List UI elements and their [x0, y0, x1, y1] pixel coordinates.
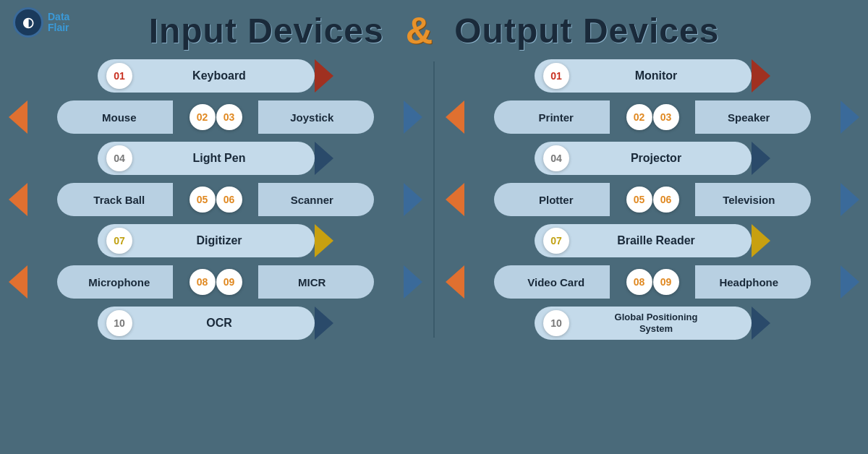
single-device-row: 01Keyboard	[9, 58, 422, 94]
left-arrow-indicator	[446, 265, 464, 299]
right-device-pill: Television	[695, 183, 811, 216]
right-device-pill: Headphone	[695, 265, 811, 299]
right-device-label: Speaker	[695, 111, 802, 124]
double-device-row: Video Card0809Headphone	[446, 264, 859, 300]
number-circle: 09	[216, 269, 242, 295]
double-device-row: Plotter0506Television	[446, 181, 859, 218]
right-arrow-indicator	[315, 142, 333, 175]
device-pill: 04Light Pen	[98, 142, 315, 175]
right-device-pill: Speaker	[695, 100, 811, 134]
single-device-row: 07Digitizer	[9, 223, 422, 259]
device-pill: 07Digitizer	[98, 224, 315, 257]
right-arrow-indicator	[752, 224, 770, 257]
left-device-pill: Mouse	[57, 100, 173, 134]
logo-text: Data Flair	[48, 12, 69, 34]
device-pill: 01Keyboard	[98, 59, 315, 93]
header-title: Input Devices & Output Devices	[149, 9, 720, 52]
right-arrow-indicator	[404, 100, 422, 134]
left-device-label: Plotter	[503, 194, 610, 206]
device-label: OCR	[132, 317, 306, 330]
number-circle: 10	[543, 310, 569, 336]
left-arrow-indicator	[446, 183, 464, 216]
double-device-row: Track Ball0506Scanner	[9, 181, 422, 218]
left-arrow-indicator	[9, 265, 27, 299]
device-label: Projector	[569, 152, 743, 165]
right-arrow-indicator	[752, 142, 770, 175]
number-circle: 04	[106, 145, 132, 171]
number-circle: 08	[626, 269, 652, 295]
middle-circles: 0809	[190, 269, 242, 295]
left-device-label: Track Ball	[66, 194, 173, 206]
right-arrow-indicator	[752, 59, 770, 93]
right-device-label: Scanner	[258, 194, 365, 206]
middle-circles: 0203	[626, 104, 679, 130]
left-arrow-indicator	[9, 100, 27, 134]
columns-wrapper: 01KeyboardMouse0203Joystick04Light PenTr…	[0, 58, 868, 341]
single-device-row: 10Global PositioningSystem	[446, 305, 859, 341]
device-label: Keyboard	[132, 69, 306, 82]
right-device-pill: Joystick	[258, 100, 374, 134]
single-device-row: 04Projector	[446, 140, 859, 176]
right-device-label: Television	[695, 194, 802, 206]
left-device-pill: Plotter	[494, 183, 610, 216]
double-device-row: Printer0203Speaker	[446, 99, 859, 135]
input-devices-title: Input Devices	[149, 11, 384, 51]
number-circle: 02	[190, 104, 216, 130]
right-arrow-indicator	[315, 224, 333, 257]
right-device-pill: MICR	[258, 265, 374, 299]
right-arrow-indicator	[315, 59, 333, 93]
output-devices-title: Output Devices	[454, 11, 719, 51]
logo-line2: Flair	[48, 22, 69, 33]
right-device-label: Joystick	[258, 111, 365, 124]
right-arrow-indicator	[841, 100, 859, 134]
number-circle: 09	[653, 269, 679, 295]
column-divider	[433, 61, 435, 338]
number-circle: 01	[543, 63, 569, 89]
logo-line1: Data	[48, 12, 69, 22]
number-circle: 02	[626, 104, 652, 130]
number-circle: 05	[190, 187, 216, 213]
single-device-row: 07Braille Reader	[446, 223, 859, 259]
device-pill: 04Projector	[535, 142, 752, 175]
double-device-row: Microphone0809MICR	[9, 264, 422, 300]
number-circle: 06	[653, 187, 679, 213]
logo-icon: ◐	[13, 7, 43, 38]
single-device-row: 04Light Pen	[9, 140, 422, 176]
right-arrow-indicator	[404, 265, 422, 299]
right-device-label: MICR	[258, 276, 365, 288]
number-circle: 01	[106, 63, 132, 89]
number-circle: 08	[190, 269, 216, 295]
device-pill: 10OCR	[98, 307, 315, 340]
left-arrow-indicator	[446, 100, 464, 134]
double-device-row: Mouse0203Joystick	[9, 99, 422, 135]
left-device-pill: Printer	[494, 100, 610, 134]
right-arrow-indicator	[404, 183, 422, 216]
right-arrow-indicator	[841, 265, 859, 299]
left-device-label: Printer	[503, 111, 610, 124]
single-device-row: 10OCR	[9, 305, 422, 341]
left-arrow-indicator	[9, 183, 27, 216]
right-device-label: Headphone	[695, 276, 802, 288]
number-circle: 10	[106, 310, 132, 336]
device-label: Monitor	[569, 69, 743, 82]
middle-circles: 0203	[190, 104, 242, 130]
number-circle: 07	[543, 228, 569, 254]
number-circle: 04	[543, 145, 569, 171]
output-column: 01MonitorPrinter0203Speaker04ProjectorPl…	[446, 58, 859, 341]
right-arrow-indicator	[752, 307, 770, 340]
single-device-row: 01Monitor	[446, 58, 859, 94]
middle-circles: 0506	[190, 187, 242, 213]
device-label: Light Pen	[132, 152, 306, 165]
device-label: Global PositioningSystem	[569, 312, 743, 334]
device-label: Digitizer	[132, 234, 306, 247]
header: ◐ Data Flair Input Devices & Output Devi…	[0, 0, 868, 58]
input-column: 01KeyboardMouse0203Joystick04Light PenTr…	[9, 58, 422, 341]
device-pill: 10Global PositioningSystem	[535, 307, 752, 340]
number-circle: 06	[216, 187, 242, 213]
middle-circles: 0809	[626, 269, 679, 295]
right-arrow-indicator	[315, 307, 333, 340]
number-circle: 07	[106, 228, 132, 254]
left-device-label: Microphone	[66, 276, 173, 288]
left-device-label: Mouse	[66, 111, 173, 124]
left-device-pill: Video Card	[494, 265, 610, 299]
